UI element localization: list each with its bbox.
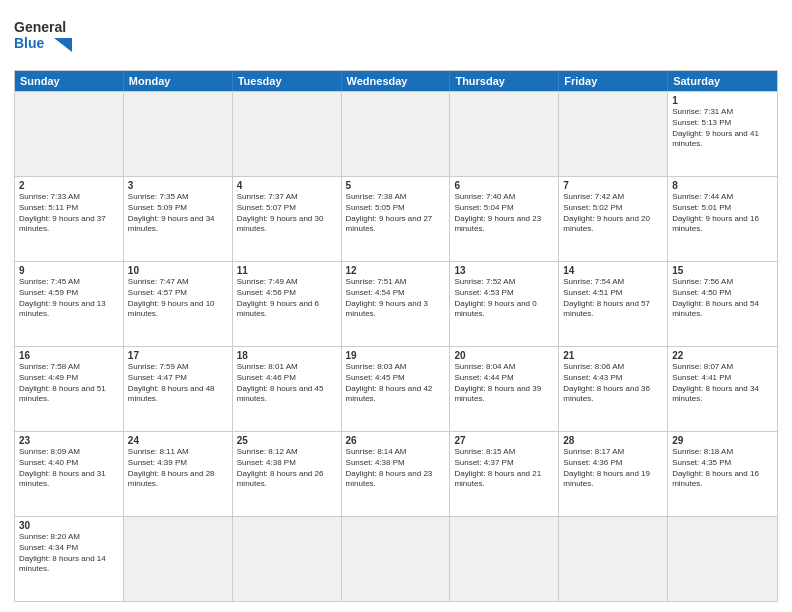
day-number: 15 [672,265,773,276]
page: General Blue Sunday Monday Tuesday Wedne… [0,0,792,612]
day-info: Sunrise: 8:15 AM Sunset: 4:37 PM Dayligh… [454,447,554,490]
day-number: 14 [563,265,663,276]
day-info: Sunrise: 7:51 AM Sunset: 4:54 PM Dayligh… [346,277,446,320]
day-info: Sunrise: 7:52 AM Sunset: 4:53 PM Dayligh… [454,277,554,320]
day-info: Sunrise: 7:54 AM Sunset: 4:51 PM Dayligh… [563,277,663,320]
calendar-cell: 11Sunrise: 7:49 AM Sunset: 4:56 PM Dayli… [233,262,342,346]
calendar-cell: 2Sunrise: 7:33 AM Sunset: 5:11 PM Daylig… [15,177,124,261]
day-number: 25 [237,435,337,446]
day-number: 9 [19,265,119,276]
day-number: 19 [346,350,446,361]
calendar-cell: 28Sunrise: 8:17 AM Sunset: 4:36 PM Dayli… [559,432,668,516]
calendar-cell [450,517,559,601]
day-number: 30 [19,520,119,531]
calendar-row-0: 1Sunrise: 7:31 AM Sunset: 5:13 PM Daylig… [15,91,777,176]
calendar-cell: 9Sunrise: 7:45 AM Sunset: 4:59 PM Daylig… [15,262,124,346]
day-number: 10 [128,265,228,276]
calendar-cell [559,92,668,176]
svg-text:General: General [14,19,66,35]
calendar-row-5: 30Sunrise: 8:20 AM Sunset: 4:34 PM Dayli… [15,516,777,601]
day-info: Sunrise: 7:47 AM Sunset: 4:57 PM Dayligh… [128,277,228,320]
calendar-header: Sunday Monday Tuesday Wednesday Thursday… [15,71,777,91]
header-tuesday: Tuesday [233,71,342,91]
calendar-cell: 22Sunrise: 8:07 AM Sunset: 4:41 PM Dayli… [668,347,777,431]
day-number: 6 [454,180,554,191]
day-number: 8 [672,180,773,191]
calendar-cell: 5Sunrise: 7:38 AM Sunset: 5:05 PM Daylig… [342,177,451,261]
day-info: Sunrise: 8:12 AM Sunset: 4:38 PM Dayligh… [237,447,337,490]
calendar-cell [450,92,559,176]
day-info: Sunrise: 7:59 AM Sunset: 4:47 PM Dayligh… [128,362,228,405]
header-thursday: Thursday [450,71,559,91]
day-number: 7 [563,180,663,191]
calendar-cell [233,92,342,176]
calendar-cell: 24Sunrise: 8:11 AM Sunset: 4:39 PM Dayli… [124,432,233,516]
calendar-cell: 17Sunrise: 7:59 AM Sunset: 4:47 PM Dayli… [124,347,233,431]
header-sunday: Sunday [15,71,124,91]
day-info: Sunrise: 7:42 AM Sunset: 5:02 PM Dayligh… [563,192,663,235]
day-number: 27 [454,435,554,446]
calendar-cell [124,92,233,176]
calendar-cell: 1Sunrise: 7:31 AM Sunset: 5:13 PM Daylig… [668,92,777,176]
calendar-cell: 14Sunrise: 7:54 AM Sunset: 4:51 PM Dayli… [559,262,668,346]
calendar-cell [668,517,777,601]
day-number: 29 [672,435,773,446]
calendar-cell [342,92,451,176]
day-info: Sunrise: 7:49 AM Sunset: 4:56 PM Dayligh… [237,277,337,320]
header-friday: Friday [559,71,668,91]
calendar-cell: 21Sunrise: 8:06 AM Sunset: 4:43 PM Dayli… [559,347,668,431]
calendar-cell: 27Sunrise: 8:15 AM Sunset: 4:37 PM Dayli… [450,432,559,516]
calendar-cell: 16Sunrise: 7:58 AM Sunset: 4:49 PM Dayli… [15,347,124,431]
calendar-cell: 25Sunrise: 8:12 AM Sunset: 4:38 PM Dayli… [233,432,342,516]
calendar-cell: 29Sunrise: 8:18 AM Sunset: 4:35 PM Dayli… [668,432,777,516]
day-info: Sunrise: 8:03 AM Sunset: 4:45 PM Dayligh… [346,362,446,405]
day-number: 17 [128,350,228,361]
day-info: Sunrise: 7:38 AM Sunset: 5:05 PM Dayligh… [346,192,446,235]
day-number: 20 [454,350,554,361]
day-info: Sunrise: 8:04 AM Sunset: 4:44 PM Dayligh… [454,362,554,405]
header-saturday: Saturday [668,71,777,91]
day-number: 1 [672,95,773,106]
day-number: 28 [563,435,663,446]
calendar-cell: 26Sunrise: 8:14 AM Sunset: 4:38 PM Dayli… [342,432,451,516]
day-number: 12 [346,265,446,276]
calendar-row-3: 16Sunrise: 7:58 AM Sunset: 4:49 PM Dayli… [15,346,777,431]
calendar-cell: 10Sunrise: 7:47 AM Sunset: 4:57 PM Dayli… [124,262,233,346]
calendar-cell: 4Sunrise: 7:37 AM Sunset: 5:07 PM Daylig… [233,177,342,261]
svg-marker-2 [54,38,72,52]
day-info: Sunrise: 7:58 AM Sunset: 4:49 PM Dayligh… [19,362,119,405]
header-wednesday: Wednesday [342,71,451,91]
calendar-cell: 15Sunrise: 7:56 AM Sunset: 4:50 PM Dayli… [668,262,777,346]
day-number: 21 [563,350,663,361]
day-info: Sunrise: 8:18 AM Sunset: 4:35 PM Dayligh… [672,447,773,490]
calendar-cell [559,517,668,601]
calendar-cell: 18Sunrise: 8:01 AM Sunset: 4:46 PM Dayli… [233,347,342,431]
calendar-row-4: 23Sunrise: 8:09 AM Sunset: 4:40 PM Dayli… [15,431,777,516]
calendar-cell: 12Sunrise: 7:51 AM Sunset: 4:54 PM Dayli… [342,262,451,346]
day-number: 13 [454,265,554,276]
day-number: 16 [19,350,119,361]
day-number: 24 [128,435,228,446]
day-number: 4 [237,180,337,191]
day-info: Sunrise: 7:56 AM Sunset: 4:50 PM Dayligh… [672,277,773,320]
header: General Blue [14,10,778,62]
day-info: Sunrise: 7:44 AM Sunset: 5:01 PM Dayligh… [672,192,773,235]
calendar-body: 1Sunrise: 7:31 AM Sunset: 5:13 PM Daylig… [15,91,777,601]
calendar-cell: 13Sunrise: 7:52 AM Sunset: 4:53 PM Dayli… [450,262,559,346]
day-info: Sunrise: 7:45 AM Sunset: 4:59 PM Dayligh… [19,277,119,320]
calendar-cell: 30Sunrise: 8:20 AM Sunset: 4:34 PM Dayli… [15,517,124,601]
day-number: 26 [346,435,446,446]
calendar-cell [124,517,233,601]
day-info: Sunrise: 8:14 AM Sunset: 4:38 PM Dayligh… [346,447,446,490]
day-number: 11 [237,265,337,276]
day-number: 23 [19,435,119,446]
day-info: Sunrise: 7:37 AM Sunset: 5:07 PM Dayligh… [237,192,337,235]
calendar-cell [15,92,124,176]
day-info: Sunrise: 8:09 AM Sunset: 4:40 PM Dayligh… [19,447,119,490]
calendar-cell: 23Sunrise: 8:09 AM Sunset: 4:40 PM Dayli… [15,432,124,516]
calendar-cell: 6Sunrise: 7:40 AM Sunset: 5:04 PM Daylig… [450,177,559,261]
calendar-cell: 19Sunrise: 8:03 AM Sunset: 4:45 PM Dayli… [342,347,451,431]
day-number: 3 [128,180,228,191]
header-monday: Monday [124,71,233,91]
svg-text:Blue: Blue [14,35,45,51]
